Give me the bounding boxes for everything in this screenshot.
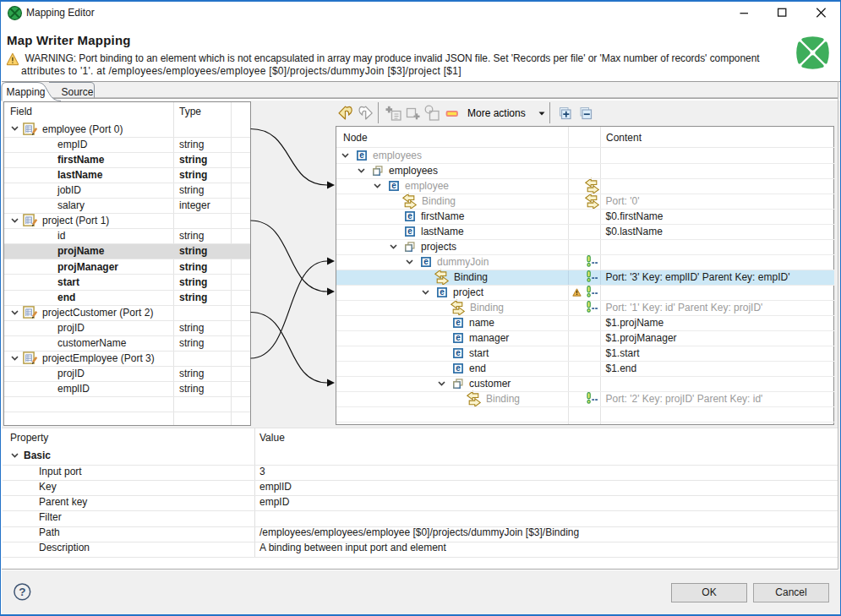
svg-text:e: e [456, 318, 461, 327]
svg-text:e: e [440, 287, 445, 297]
svg-text:e: e [391, 181, 396, 190]
svg-text:e: e [407, 226, 412, 236]
svg-text:e: e [407, 211, 412, 221]
svg-text:e: e [359, 150, 364, 160]
svg-text:e: e [456, 363, 461, 373]
svg-text:e: e [456, 348, 461, 357]
svg-text:e: e [456, 333, 461, 342]
svg-text:?: ? [19, 586, 25, 598]
svg-text:e: e [423, 257, 429, 266]
